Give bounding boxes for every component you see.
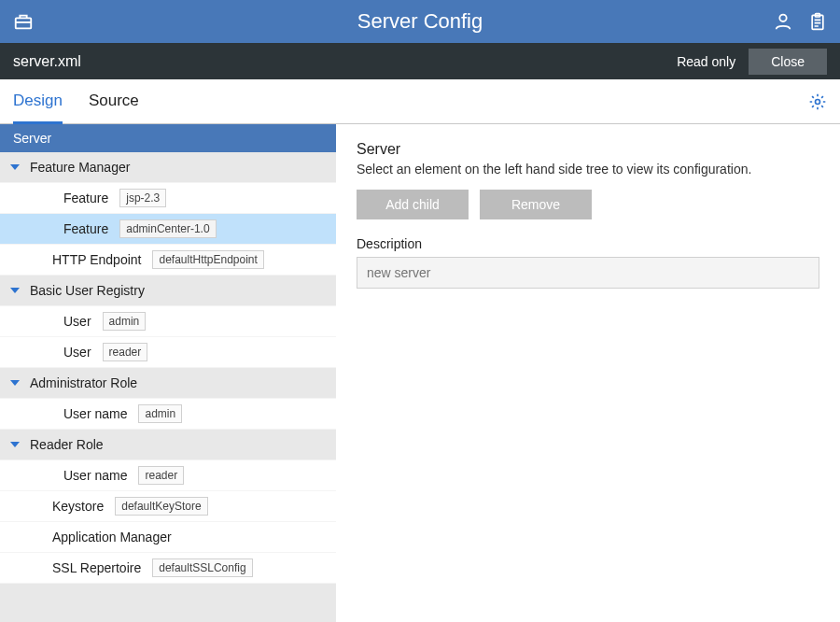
tree-item-badge: admin	[138, 404, 182, 423]
tree-spacer	[30, 530, 45, 544]
tree-item-badge: defaultKeyStore	[115, 497, 207, 516]
tree-item-label: Feature Manager	[30, 160, 130, 175]
detail-panel: Server Select an element on the left han…	[336, 124, 840, 622]
remove-button: Remove	[480, 190, 592, 219]
tree-row[interactable]: Basic User Registry	[0, 276, 336, 306]
tree-spacer	[7, 530, 22, 544]
tree-row[interactable]: Feature Manager	[0, 152, 336, 183]
tree-item-badge: defaultHttpEndpoint	[152, 250, 263, 269]
close-button[interactable]: Close	[749, 49, 827, 75]
description-input[interactable]	[357, 257, 819, 289]
user-icon[interactable]	[773, 11, 793, 32]
chevron-down-icon[interactable]	[7, 375, 22, 390]
tree-spacer	[30, 560, 45, 575]
tree-item-label: User	[63, 345, 91, 360]
tree-row[interactable]: Reader Role	[0, 430, 336, 460]
tab-source[interactable]: Source	[89, 80, 139, 124]
tree-row[interactable]: User namereader	[0, 460, 336, 491]
tree-item-label: Application Manager	[52, 530, 172, 544]
clipboard-icon[interactable]	[808, 11, 827, 32]
tree-panel: Server Feature ManagerFeaturejsp-2.3Feat…	[0, 124, 336, 622]
tree-item-label: HTTP Endpoint	[52, 252, 141, 267]
file-bar: server.xml Read only Close	[0, 43, 840, 79]
add-child-button: Add child	[357, 190, 469, 219]
tree-row[interactable]: Featurejsp-2.3	[0, 183, 336, 214]
tree-spacer	[7, 252, 22, 267]
tab-bar: Design Source	[0, 79, 840, 124]
tree-row[interactable]: HTTP EndpointdefaultHttpEndpoint	[0, 245, 336, 276]
tree-spacer	[7, 560, 22, 575]
main-content: Server Feature ManagerFeaturejsp-2.3Feat…	[0, 124, 840, 622]
detail-hint: Select an element on the left hand side …	[357, 162, 819, 177]
tree-spacer	[41, 345, 56, 360]
tree-spacer	[7, 499, 22, 514]
tree-row[interactable]: FeatureadminCenter-1.0	[0, 214, 336, 245]
tree-row[interactable]: KeystoredefaultKeyStore	[0, 491, 336, 522]
toolbox-icon[interactable]	[13, 11, 34, 32]
tree-spacer	[30, 252, 45, 267]
tree-item-badge: reader	[138, 466, 184, 485]
tree-item-label: Feature	[63, 191, 108, 205]
tree-row[interactable]: Useradmin	[0, 306, 336, 337]
tree-item-badge: defaultSSLConfig	[152, 558, 252, 577]
tree-row[interactable]: Userreader	[0, 337, 336, 368]
tree-item-label: Basic User Registry	[30, 283, 145, 298]
tree-item-label: Feature	[63, 221, 108, 236]
top-toolbar: Server Config	[0, 0, 840, 43]
tree-spacer	[41, 468, 56, 483]
svg-point-1	[779, 15, 786, 21]
tree-item-badge: adminCenter-1.0	[119, 219, 216, 238]
tree-item-label: Keystore	[52, 499, 104, 514]
tree-root-header[interactable]: Server	[0, 124, 336, 152]
tree-spacer	[41, 314, 56, 329]
tree-row[interactable]: User nameadmin	[0, 399, 336, 430]
tree-item-label: Administrator Role	[30, 375, 137, 390]
readonly-label: Read only	[677, 54, 735, 69]
tree-row[interactable]: SSL RepertoiredefaultSSLConfig	[0, 553, 336, 584]
tree-row[interactable]: Application Manager	[0, 522, 336, 553]
tree-item-label: User name	[63, 468, 127, 483]
tree-item-label: Reader Role	[30, 437, 104, 452]
tree-item-badge: jsp-2.3	[119, 189, 166, 207]
filename-label: server.xml	[13, 53, 81, 70]
chevron-down-icon[interactable]	[7, 283, 22, 298]
tree-row[interactable]: Administrator Role	[0, 368, 336, 399]
tree-spacer	[41, 406, 56, 421]
chevron-down-icon[interactable]	[7, 437, 22, 452]
tree-spacer	[41, 221, 56, 236]
tree-item-label: User	[63, 314, 91, 329]
tree-item-label: User name	[63, 406, 127, 421]
page-title: Server Config	[357, 9, 483, 34]
tree-spacer	[30, 499, 45, 514]
description-label: Description	[357, 236, 819, 251]
gear-icon[interactable]	[808, 92, 827, 111]
tree-item-badge: admin	[103, 312, 147, 331]
tab-design[interactable]: Design	[13, 80, 63, 124]
tree-spacer	[41, 191, 56, 205]
detail-title: Server	[357, 141, 819, 158]
tree-item-badge: reader	[103, 343, 148, 361]
chevron-down-icon[interactable]	[7, 160, 22, 175]
svg-point-4	[816, 99, 820, 104]
tree-item-label: SSL Repertoire	[52, 560, 141, 575]
svg-rect-0	[16, 18, 32, 28]
